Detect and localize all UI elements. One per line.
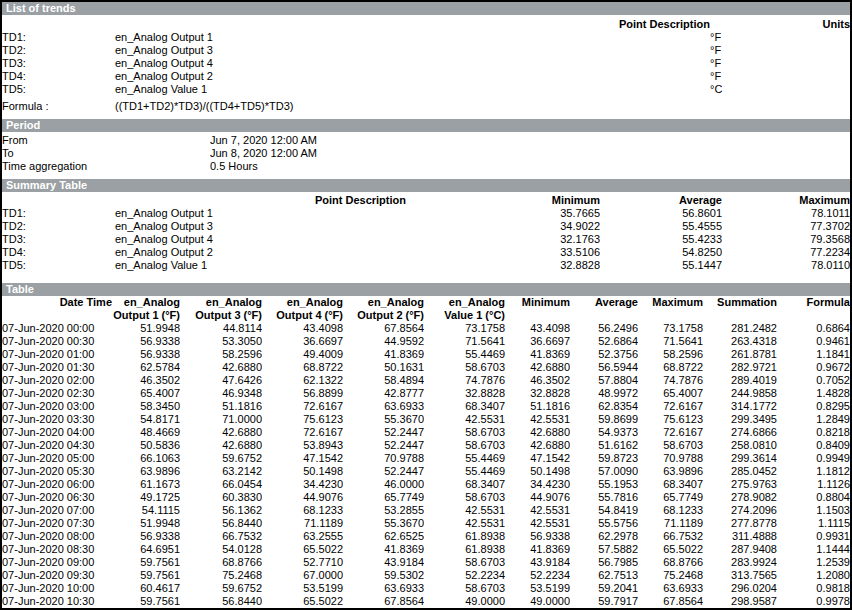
value-cell: 261.8781	[703, 348, 777, 361]
period-row: FromJun 7, 2020 12:00 AM	[2, 134, 850, 147]
value-cell: 42.6880	[505, 361, 570, 374]
trend-units: °F	[710, 57, 850, 70]
value-cell: 43.4098	[505, 322, 570, 335]
data-table-row: 07-Jun-2020 04:3050.583642.688053.894352…	[2, 439, 850, 452]
datetime-cell: 07-Jun-2020 09:30	[2, 569, 112, 582]
value-cell: 1.1126	[777, 478, 850, 491]
section-header-list-of-trends: List of trends	[2, 2, 850, 15]
data-table-row: 07-Jun-2020 02:0046.350247.642662.132258…	[2, 374, 850, 387]
period-label: From	[2, 134, 210, 147]
value-cell: 42.6880	[180, 439, 262, 452]
value-cell: 68.3407	[424, 400, 505, 413]
value-cell: 51.1816	[180, 400, 262, 413]
value-cell: 61.8938	[424, 543, 505, 556]
average-header: Average	[600, 194, 722, 207]
value-cell: 0.9672	[777, 361, 850, 374]
data-table-row: 07-Jun-2020 00:3056.933853.305036.669744…	[2, 335, 850, 348]
value-cell: 32.8828	[424, 387, 505, 400]
value-cell: 46.9348	[180, 387, 262, 400]
datetime-cell: 07-Jun-2020 02:30	[2, 387, 112, 400]
value-cell: 63.2142	[180, 465, 262, 478]
value-cell: 44.9076	[262, 491, 343, 504]
data-table-row: 07-Jun-2020 07:3051.994856.844071.118955…	[2, 517, 850, 530]
trend-row: TD5:en_Analog Value 1°C	[2, 83, 850, 96]
value-cell: 44.9076	[505, 491, 570, 504]
summary-maximum-value: 77.2234	[722, 246, 850, 259]
list-of-trends-table: Point Description Units TD1:en_Analog Ou…	[2, 18, 850, 96]
datetime-cell: 07-Jun-2020 04:00	[2, 426, 112, 439]
value-cell: 52.2447	[343, 465, 424, 478]
value-cell: 48.9972	[570, 387, 638, 400]
datetime-cell: 07-Jun-2020 06:30	[2, 491, 112, 504]
value-cell: 51.9948	[112, 517, 180, 530]
data-table-column-header: Average	[570, 296, 638, 322]
trend-row: TD1:en_Analog Output 1°F	[2, 31, 850, 44]
value-cell: 56.1362	[180, 504, 262, 517]
period-row: Time aggregation0.5 Hours	[2, 160, 850, 173]
formula-label: Formula :	[2, 100, 115, 113]
value-cell: 56.5944	[570, 361, 638, 374]
summary-minimum-value: 32.1763	[406, 233, 600, 246]
data-table: Date Timeen_AnalogOutput 1 (°F)en_Analog…	[2, 296, 850, 608]
value-cell: 58.6703	[424, 426, 505, 439]
value-cell: 0.8409	[777, 439, 850, 452]
column-header-line2: Value 1 (°C)	[424, 309, 505, 322]
value-cell: 66.0454	[180, 478, 262, 491]
value-cell: 41.8369	[505, 348, 570, 361]
value-cell: 42.5531	[505, 413, 570, 426]
section-header-table: Table	[2, 283, 850, 296]
trend-units: °C	[710, 83, 850, 96]
value-cell: 52.2234	[424, 569, 505, 582]
value-cell: 56.2496	[570, 322, 638, 335]
summary-table: Point Description Minimum Average Maximu…	[2, 194, 850, 272]
value-cell: 49.4009	[262, 348, 343, 361]
value-cell: 65.5022	[638, 543, 703, 556]
summary-minimum-value: 33.5106	[406, 246, 600, 259]
value-cell: 63.9896	[638, 465, 703, 478]
value-cell: 1.1444	[777, 543, 850, 556]
column-header-line1: Date Time	[2, 296, 112, 309]
summary-minimum-value: 35.7665	[406, 207, 600, 220]
value-cell: 43.9184	[505, 556, 570, 569]
value-cell: 70.9788	[638, 452, 703, 465]
value-cell: 58.6703	[424, 556, 505, 569]
value-cell: 42.6880	[505, 426, 570, 439]
value-cell: 281.2482	[703, 322, 777, 335]
value-cell: 52.7710	[262, 556, 343, 569]
value-cell: 50.1631	[343, 361, 424, 374]
data-table-column-header: Formula	[777, 296, 850, 322]
data-table-column-header: en_AnalogOutput 4 (°F)	[262, 296, 343, 322]
value-cell: 55.4469	[424, 452, 505, 465]
value-cell: 51.9948	[112, 322, 180, 335]
trend-description: en_Analog Output 1	[115, 207, 406, 220]
value-cell: 60.4617	[112, 582, 180, 595]
value-cell: 70.9788	[343, 452, 424, 465]
value-cell: 61.8938	[424, 530, 505, 543]
value-cell: 41.8369	[343, 348, 424, 361]
value-cell: 47.1542	[262, 452, 343, 465]
value-cell: 46.3502	[112, 374, 180, 387]
summary-row: TD4:en_Analog Output 233.510654.825077.2…	[2, 246, 850, 259]
value-cell: 277.8778	[703, 517, 777, 530]
value-cell: 65.4007	[112, 387, 180, 400]
data-table-row: 07-Jun-2020 00:0051.994844.811443.409867…	[2, 322, 850, 335]
data-table-column-header: Date Time	[2, 296, 112, 322]
summary-average-value: 56.8601	[600, 207, 722, 220]
value-cell: 68.1233	[262, 504, 343, 517]
formula-value: ((TD1+TD2)*TD3)/((TD4+TD5)*TD3)	[115, 100, 850, 113]
value-cell: 62.8354	[570, 400, 638, 413]
value-cell: 67.8564	[343, 322, 424, 335]
datetime-cell: 07-Jun-2020 08:00	[2, 530, 112, 543]
value-cell: 42.8777	[343, 387, 424, 400]
data-table-header-row: Date Timeen_AnalogOutput 1 (°F)en_Analog…	[2, 296, 850, 322]
value-cell: 42.6880	[180, 426, 262, 439]
datetime-cell: 07-Jun-2020 00:00	[2, 322, 112, 335]
value-cell: 55.4469	[424, 348, 505, 361]
value-cell: 54.8419	[570, 504, 638, 517]
value-cell: 34.4230	[262, 478, 343, 491]
value-cell: 72.6167	[262, 426, 343, 439]
value-cell: 59.8723	[570, 452, 638, 465]
value-cell: 68.3407	[638, 478, 703, 491]
datetime-cell: 07-Jun-2020 02:00	[2, 374, 112, 387]
value-cell: 72.6167	[638, 400, 703, 413]
